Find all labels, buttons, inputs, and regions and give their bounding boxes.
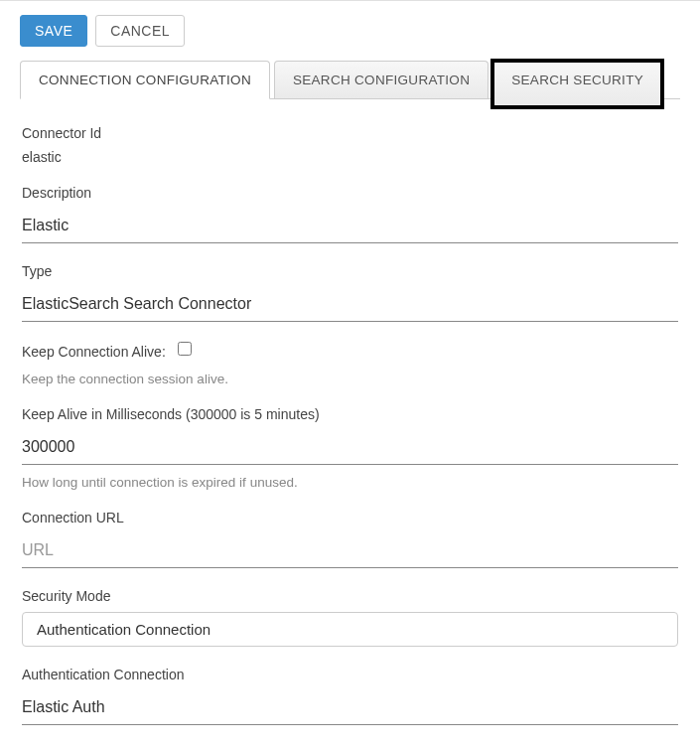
- save-button[interactable]: SAVE: [20, 15, 87, 47]
- keep-alive-help: Keep the connection session alive.: [22, 372, 678, 386]
- tab-search-security[interactable]: SEARCH SECURITY: [492, 61, 662, 107]
- connector-id-value: elastic: [22, 149, 678, 165]
- description-label: Description: [22, 185, 678, 201]
- keep-alive-checkbox[interactable]: [178, 342, 192, 356]
- connection-configuration-form: Connector Id elastic Description Type Ke…: [20, 125, 680, 725]
- description-input[interactable]: [22, 209, 678, 243]
- keep-alive-ms-label: Keep Alive in Milliseconds (300000 is 5 …: [22, 406, 678, 422]
- connector-id-label: Connector Id: [22, 125, 678, 141]
- security-mode-select[interactable]: Authentication Connection: [22, 612, 678, 647]
- field-keep-alive-ms: Keep Alive in Milliseconds (300000 is 5 …: [22, 406, 678, 490]
- connection-url-input[interactable]: [22, 533, 678, 568]
- field-authentication-connection: Authentication Connection: [22, 667, 678, 725]
- tab-connection-configuration[interactable]: CONNECTION CONFIGURATION: [20, 61, 270, 99]
- cancel-button[interactable]: CANCEL: [95, 15, 185, 47]
- field-connector-id: Connector Id elastic: [22, 125, 678, 165]
- field-keep-connection-alive: Keep Connection Alive: Keep the connecti…: [22, 342, 678, 386]
- field-security-mode: Security Mode Authentication Connection: [22, 588, 678, 647]
- keep-alive-ms-help: How long until connection is expired if …: [22, 475, 678, 490]
- keep-alive-label: Keep Connection Alive:: [22, 344, 166, 360]
- tab-bar: CONNECTION CONFIGURATION SEARCH CONFIGUR…: [20, 61, 680, 99]
- connection-url-label: Connection URL: [22, 510, 678, 525]
- field-type: Type: [22, 263, 678, 322]
- type-label: Type: [22, 263, 678, 279]
- field-connection-url: Connection URL: [22, 510, 678, 568]
- auth-connection-input[interactable]: [22, 690, 678, 725]
- auth-connection-label: Authentication Connection: [22, 667, 678, 682]
- security-mode-label: Security Mode: [22, 588, 678, 604]
- toolbar: SAVE CANCEL: [20, 15, 680, 47]
- keep-alive-ms-input[interactable]: [22, 430, 678, 465]
- field-description: Description: [22, 185, 678, 243]
- type-input[interactable]: [22, 287, 678, 322]
- tab-search-configuration[interactable]: SEARCH CONFIGURATION: [274, 61, 489, 98]
